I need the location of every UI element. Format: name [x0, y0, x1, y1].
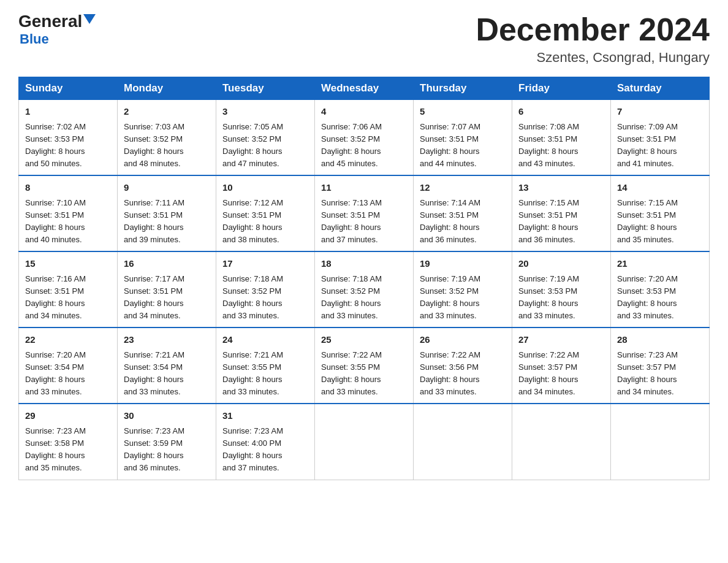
table-row: 18 Sunrise: 7:18 AM Sunset: 3:52 PM Dayl… — [315, 251, 414, 327]
header-friday: Friday — [512, 77, 611, 100]
cell-info: Sunrise: 7:10 AM Sunset: 3:51 PM Dayligh… — [25, 197, 111, 247]
cell-info: Sunrise: 7:22 AM Sunset: 3:56 PM Dayligh… — [420, 349, 506, 399]
table-row: 4 Sunrise: 7:06 AM Sunset: 3:52 PM Dayli… — [315, 100, 414, 176]
day-number: 24 — [222, 333, 308, 347]
header-monday: Monday — [118, 77, 216, 100]
table-row: 15 Sunrise: 7:16 AM Sunset: 3:51 PM Dayl… — [19, 251, 118, 327]
table-row: 16 Sunrise: 7:17 AM Sunset: 3:51 PM Dayl… — [118, 251, 216, 327]
table-row: 20 Sunrise: 7:19 AM Sunset: 3:53 PM Dayl… — [512, 251, 611, 327]
cell-info: Sunrise: 7:19 AM Sunset: 3:52 PM Dayligh… — [420, 273, 506, 323]
cell-info: Sunrise: 7:19 AM Sunset: 3:53 PM Dayligh… — [518, 273, 604, 323]
day-number: 23 — [124, 333, 210, 347]
table-row: 19 Sunrise: 7:19 AM Sunset: 3:52 PM Dayl… — [414, 251, 512, 327]
cell-info: Sunrise: 7:14 AM Sunset: 3:51 PM Dayligh… — [420, 197, 506, 247]
day-number: 19 — [420, 257, 506, 271]
day-number: 16 — [124, 257, 210, 271]
table-row — [611, 404, 710, 480]
table-row: 11 Sunrise: 7:13 AM Sunset: 3:51 PM Dayl… — [315, 175, 414, 251]
month-title: December 2024 — [476, 12, 710, 47]
table-row: 29 Sunrise: 7:23 AM Sunset: 3:58 PM Dayl… — [19, 404, 118, 480]
table-row: 28 Sunrise: 7:23 AM Sunset: 3:57 PM Dayl… — [611, 327, 710, 404]
cell-info: Sunrise: 7:17 AM Sunset: 3:51 PM Dayligh… — [124, 273, 210, 323]
calendar-week-row: 22 Sunrise: 7:20 AM Sunset: 3:54 PM Dayl… — [19, 327, 710, 404]
table-row: 26 Sunrise: 7:22 AM Sunset: 3:56 PM Dayl… — [414, 327, 512, 404]
table-row: 10 Sunrise: 7:12 AM Sunset: 3:51 PM Dayl… — [216, 175, 315, 251]
table-row: 22 Sunrise: 7:20 AM Sunset: 3:54 PM Dayl… — [19, 327, 118, 404]
location: Szentes, Csongrad, Hungary — [476, 50, 710, 66]
day-number: 6 — [518, 105, 604, 119]
cell-info: Sunrise: 7:23 AM Sunset: 3:59 PM Dayligh… — [124, 425, 210, 475]
cell-info: Sunrise: 7:15 AM Sunset: 3:51 PM Dayligh… — [518, 197, 604, 247]
table-row: 1 Sunrise: 7:02 AM Sunset: 3:53 PM Dayli… — [19, 100, 118, 176]
table-row: 27 Sunrise: 7:22 AM Sunset: 3:57 PM Dayl… — [512, 327, 611, 404]
day-number: 7 — [617, 105, 703, 119]
calendar-week-row: 29 Sunrise: 7:23 AM Sunset: 3:58 PM Dayl… — [19, 404, 710, 480]
day-number: 18 — [321, 257, 407, 271]
day-number: 31 — [222, 409, 308, 423]
calendar-table: Sunday Monday Tuesday Wednesday Thursday… — [18, 77, 710, 480]
page-header: General Blue December 2024 Szentes, Cson… — [18, 12, 710, 66]
cell-info: Sunrise: 7:18 AM Sunset: 3:52 PM Dayligh… — [321, 273, 407, 323]
table-row: 7 Sunrise: 7:09 AM Sunset: 3:51 PM Dayli… — [611, 100, 710, 176]
day-number: 3 — [222, 105, 308, 119]
cell-info: Sunrise: 7:18 AM Sunset: 3:52 PM Dayligh… — [222, 273, 308, 323]
day-number: 5 — [420, 105, 506, 119]
table-row: 9 Sunrise: 7:11 AM Sunset: 3:51 PM Dayli… — [118, 175, 216, 251]
day-number: 13 — [518, 181, 604, 195]
days-of-week-row: Sunday Monday Tuesday Wednesday Thursday… — [19, 77, 710, 100]
table-row: 17 Sunrise: 7:18 AM Sunset: 3:52 PM Dayl… — [216, 251, 315, 327]
cell-info: Sunrise: 7:05 AM Sunset: 3:52 PM Dayligh… — [222, 121, 308, 170]
cell-info: Sunrise: 7:12 AM Sunset: 3:51 PM Dayligh… — [222, 197, 308, 247]
cell-info: Sunrise: 7:11 AM Sunset: 3:51 PM Dayligh… — [124, 197, 210, 247]
header-saturday: Saturday — [611, 77, 710, 100]
cell-info: Sunrise: 7:16 AM Sunset: 3:51 PM Dayligh… — [25, 273, 111, 323]
table-row: 6 Sunrise: 7:08 AM Sunset: 3:51 PM Dayli… — [512, 100, 611, 176]
day-number: 25 — [321, 333, 407, 347]
table-row: 24 Sunrise: 7:21 AM Sunset: 3:55 PM Dayl… — [216, 327, 315, 404]
cell-info: Sunrise: 7:21 AM Sunset: 3:55 PM Dayligh… — [222, 349, 308, 399]
table-row: 13 Sunrise: 7:15 AM Sunset: 3:51 PM Dayl… — [512, 175, 611, 251]
cell-info: Sunrise: 7:21 AM Sunset: 3:54 PM Dayligh… — [124, 349, 210, 399]
cell-info: Sunrise: 7:23 AM Sunset: 3:58 PM Dayligh… — [25, 425, 111, 475]
day-number: 22 — [25, 333, 111, 347]
header-sunday: Sunday — [19, 77, 118, 100]
calendar-week-row: 1 Sunrise: 7:02 AM Sunset: 3:53 PM Dayli… — [19, 100, 710, 176]
cell-info: Sunrise: 7:06 AM Sunset: 3:52 PM Dayligh… — [321, 121, 407, 170]
day-number: 30 — [124, 409, 210, 423]
table-row — [414, 404, 512, 480]
cell-info: Sunrise: 7:20 AM Sunset: 3:54 PM Dayligh… — [25, 349, 111, 399]
day-number: 12 — [420, 181, 506, 195]
day-number: 17 — [222, 257, 308, 271]
cell-info: Sunrise: 7:08 AM Sunset: 3:51 PM Dayligh… — [518, 121, 604, 170]
day-number: 4 — [321, 105, 407, 119]
logo-triangle-icon — [83, 14, 96, 24]
calendar-week-row: 15 Sunrise: 7:16 AM Sunset: 3:51 PM Dayl… — [19, 251, 710, 327]
day-number: 8 — [25, 181, 111, 195]
day-number: 26 — [420, 333, 506, 347]
cell-info: Sunrise: 7:15 AM Sunset: 3:51 PM Dayligh… — [617, 197, 703, 247]
day-number: 2 — [124, 105, 210, 119]
day-number: 10 — [222, 181, 308, 195]
table-row: 21 Sunrise: 7:20 AM Sunset: 3:53 PM Dayl… — [611, 251, 710, 327]
day-number: 27 — [518, 333, 604, 347]
table-row: 25 Sunrise: 7:22 AM Sunset: 3:55 PM Dayl… — [315, 327, 414, 404]
day-number: 21 — [617, 257, 703, 271]
cell-info: Sunrise: 7:03 AM Sunset: 3:52 PM Dayligh… — [124, 121, 210, 170]
cell-info: Sunrise: 7:23 AM Sunset: 4:00 PM Dayligh… — [222, 425, 308, 475]
table-row: 14 Sunrise: 7:15 AM Sunset: 3:51 PM Dayl… — [611, 175, 710, 251]
day-number: 14 — [617, 181, 703, 195]
calendar-week-row: 8 Sunrise: 7:10 AM Sunset: 3:51 PM Dayli… — [19, 175, 710, 251]
day-number: 15 — [25, 257, 111, 271]
logo: General Blue — [18, 12, 96, 47]
day-number: 9 — [124, 181, 210, 195]
day-number: 1 — [25, 105, 111, 119]
day-number: 20 — [518, 257, 604, 271]
table-row: 31 Sunrise: 7:23 AM Sunset: 4:00 PM Dayl… — [216, 404, 315, 480]
cell-info: Sunrise: 7:23 AM Sunset: 3:57 PM Dayligh… — [617, 349, 703, 399]
cell-info: Sunrise: 7:22 AM Sunset: 3:57 PM Dayligh… — [518, 349, 604, 399]
day-number: 28 — [617, 333, 703, 347]
day-number: 11 — [321, 181, 407, 195]
table-row — [512, 404, 611, 480]
table-row: 23 Sunrise: 7:21 AM Sunset: 3:54 PM Dayl… — [118, 327, 216, 404]
cell-info: Sunrise: 7:13 AM Sunset: 3:51 PM Dayligh… — [321, 197, 407, 247]
